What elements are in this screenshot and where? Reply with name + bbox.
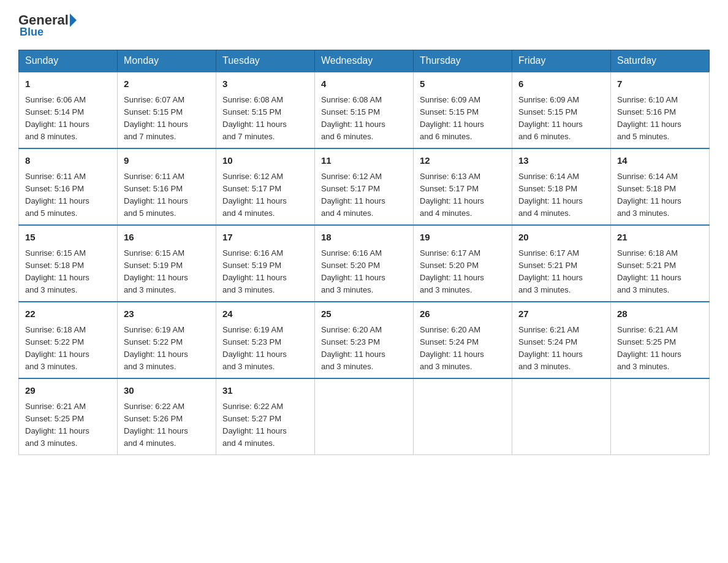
page-header: General Blue [18, 12, 710, 39]
day-number: 21 [617, 231, 703, 245]
day-info: Sunrise: 6:15 AMSunset: 5:18 PMDaylight:… [25, 247, 111, 297]
col-header-sunday: Sunday [19, 50, 118, 72]
col-header-wednesday: Wednesday [315, 50, 414, 72]
day-info: Sunrise: 6:17 AMSunset: 5:21 PMDaylight:… [518, 247, 604, 297]
day-number: 28 [617, 307, 703, 321]
calendar-cell: 30Sunrise: 6:22 AMSunset: 5:26 PMDayligh… [118, 378, 216, 455]
day-number: 14 [617, 154, 703, 168]
calendar-header-row: SundayMondayTuesdayWednesdayThursdayFrid… [19, 50, 710, 72]
calendar-cell: 5Sunrise: 6:09 AMSunset: 5:15 PMDaylight… [414, 72, 512, 148]
calendar-cell: 6Sunrise: 6:09 AMSunset: 5:15 PMDaylight… [512, 72, 611, 148]
calendar-week-row: 22Sunrise: 6:18 AMSunset: 5:22 PMDayligh… [19, 302, 710, 378]
calendar-cell: 11Sunrise: 6:12 AMSunset: 5:17 PMDayligh… [315, 148, 414, 225]
day-info: Sunrise: 6:07 AMSunset: 5:15 PMDaylight:… [124, 94, 210, 144]
calendar-cell: 26Sunrise: 6:20 AMSunset: 5:24 PMDayligh… [414, 302, 512, 378]
calendar-cell: 1Sunrise: 6:06 AMSunset: 5:14 PMDaylight… [19, 72, 118, 148]
day-number: 16 [124, 231, 210, 245]
calendar-cell: 17Sunrise: 6:16 AMSunset: 5:19 PMDayligh… [216, 225, 315, 302]
day-number: 12 [420, 154, 506, 168]
day-info: Sunrise: 6:22 AMSunset: 5:26 PMDaylight:… [124, 400, 210, 450]
calendar-cell [611, 378, 710, 455]
day-info: Sunrise: 6:21 AMSunset: 5:24 PMDaylight:… [518, 324, 604, 373]
day-info: Sunrise: 6:09 AMSunset: 5:15 PMDaylight:… [420, 94, 506, 144]
day-number: 31 [222, 384, 308, 398]
calendar-table: SundayMondayTuesdayWednesdayThursdayFrid… [18, 50, 710, 455]
day-number: 17 [222, 231, 308, 245]
col-header-tuesday: Tuesday [216, 50, 315, 72]
calendar-cell: 16Sunrise: 6:15 AMSunset: 5:19 PMDayligh… [118, 225, 216, 302]
day-number: 6 [518, 77, 604, 91]
day-info: Sunrise: 6:20 AMSunset: 5:23 PMDaylight:… [321, 324, 407, 373]
day-info: Sunrise: 6:08 AMSunset: 5:15 PMDaylight:… [222, 94, 308, 144]
calendar-cell [512, 378, 611, 455]
calendar-cell: 29Sunrise: 6:21 AMSunset: 5:25 PMDayligh… [19, 378, 118, 455]
day-info: Sunrise: 6:11 AMSunset: 5:16 PMDaylight:… [25, 170, 111, 220]
day-info: Sunrise: 6:16 AMSunset: 5:20 PMDaylight:… [321, 247, 407, 297]
calendar-cell [315, 378, 414, 455]
calendar-cell: 20Sunrise: 6:17 AMSunset: 5:21 PMDayligh… [512, 225, 611, 302]
day-number: 2 [124, 77, 210, 91]
day-info: Sunrise: 6:08 AMSunset: 5:15 PMDaylight:… [321, 94, 407, 144]
calendar-cell: 14Sunrise: 6:14 AMSunset: 5:18 PMDayligh… [611, 148, 710, 225]
col-header-monday: Monday [118, 50, 216, 72]
day-info: Sunrise: 6:16 AMSunset: 5:19 PMDaylight:… [222, 247, 308, 297]
calendar-cell: 13Sunrise: 6:14 AMSunset: 5:18 PMDayligh… [512, 148, 611, 225]
day-info: Sunrise: 6:12 AMSunset: 5:17 PMDaylight:… [222, 170, 308, 220]
calendar-cell: 2Sunrise: 6:07 AMSunset: 5:15 PMDaylight… [118, 72, 216, 148]
day-number: 11 [321, 154, 407, 168]
calendar-cell: 8Sunrise: 6:11 AMSunset: 5:16 PMDaylight… [19, 148, 118, 225]
day-info: Sunrise: 6:12 AMSunset: 5:17 PMDaylight:… [321, 170, 407, 220]
day-number: 30 [124, 384, 210, 398]
logo: General Blue [18, 12, 77, 39]
col-header-thursday: Thursday [414, 50, 512, 72]
calendar-cell: 25Sunrise: 6:20 AMSunset: 5:23 PMDayligh… [315, 302, 414, 378]
day-number: 25 [321, 307, 407, 321]
calendar-cell: 22Sunrise: 6:18 AMSunset: 5:22 PMDayligh… [19, 302, 118, 378]
day-number: 24 [222, 307, 308, 321]
calendar-cell: 4Sunrise: 6:08 AMSunset: 5:15 PMDaylight… [315, 72, 414, 148]
calendar-cell: 10Sunrise: 6:12 AMSunset: 5:17 PMDayligh… [216, 148, 315, 225]
day-number: 3 [222, 77, 308, 91]
day-number: 8 [25, 154, 111, 168]
day-number: 7 [617, 77, 703, 91]
day-number: 26 [420, 307, 506, 321]
day-info: Sunrise: 6:19 AMSunset: 5:22 PMDaylight:… [124, 324, 210, 373]
day-info: Sunrise: 6:19 AMSunset: 5:23 PMDaylight:… [222, 324, 308, 373]
day-info: Sunrise: 6:20 AMSunset: 5:24 PMDaylight:… [420, 324, 506, 373]
day-info: Sunrise: 6:17 AMSunset: 5:20 PMDaylight:… [420, 247, 506, 297]
day-info: Sunrise: 6:18 AMSunset: 5:21 PMDaylight:… [617, 247, 703, 297]
calendar-cell: 12Sunrise: 6:13 AMSunset: 5:17 PMDayligh… [414, 148, 512, 225]
day-number: 13 [518, 154, 604, 168]
calendar-cell: 9Sunrise: 6:11 AMSunset: 5:16 PMDaylight… [118, 148, 216, 225]
calendar-week-row: 29Sunrise: 6:21 AMSunset: 5:25 PMDayligh… [19, 378, 710, 455]
day-info: Sunrise: 6:21 AMSunset: 5:25 PMDaylight:… [25, 400, 111, 450]
day-number: 1 [25, 77, 111, 91]
day-number: 20 [518, 231, 604, 245]
calendar-cell: 3Sunrise: 6:08 AMSunset: 5:15 PMDaylight… [216, 72, 315, 148]
day-number: 29 [25, 384, 111, 398]
day-info: Sunrise: 6:22 AMSunset: 5:27 PMDaylight:… [222, 400, 308, 450]
day-info: Sunrise: 6:21 AMSunset: 5:25 PMDaylight:… [617, 324, 703, 373]
calendar-week-row: 8Sunrise: 6:11 AMSunset: 5:16 PMDaylight… [19, 148, 710, 225]
day-number: 9 [124, 154, 210, 168]
logo-blue-sub: Blue [20, 26, 44, 39]
logo-arrow-icon [70, 13, 77, 27]
day-info: Sunrise: 6:14 AMSunset: 5:18 PMDaylight:… [617, 170, 703, 220]
calendar-cell: 19Sunrise: 6:17 AMSunset: 5:20 PMDayligh… [414, 225, 512, 302]
day-number: 18 [321, 231, 407, 245]
day-info: Sunrise: 6:10 AMSunset: 5:16 PMDaylight:… [617, 94, 703, 144]
calendar-cell: 28Sunrise: 6:21 AMSunset: 5:25 PMDayligh… [611, 302, 710, 378]
day-info: Sunrise: 6:15 AMSunset: 5:19 PMDaylight:… [124, 247, 210, 297]
day-info: Sunrise: 6:14 AMSunset: 5:18 PMDaylight:… [518, 170, 604, 220]
calendar-week-row: 1Sunrise: 6:06 AMSunset: 5:14 PMDaylight… [19, 72, 710, 148]
day-info: Sunrise: 6:09 AMSunset: 5:15 PMDaylight:… [518, 94, 604, 144]
col-header-friday: Friday [512, 50, 611, 72]
day-number: 23 [124, 307, 210, 321]
day-number: 4 [321, 77, 407, 91]
calendar-week-row: 15Sunrise: 6:15 AMSunset: 5:18 PMDayligh… [19, 225, 710, 302]
col-header-saturday: Saturday [611, 50, 710, 72]
day-info: Sunrise: 6:18 AMSunset: 5:22 PMDaylight:… [25, 324, 111, 373]
calendar-cell: 27Sunrise: 6:21 AMSunset: 5:24 PMDayligh… [512, 302, 611, 378]
day-number: 19 [420, 231, 506, 245]
calendar-cell: 7Sunrise: 6:10 AMSunset: 5:16 PMDaylight… [611, 72, 710, 148]
